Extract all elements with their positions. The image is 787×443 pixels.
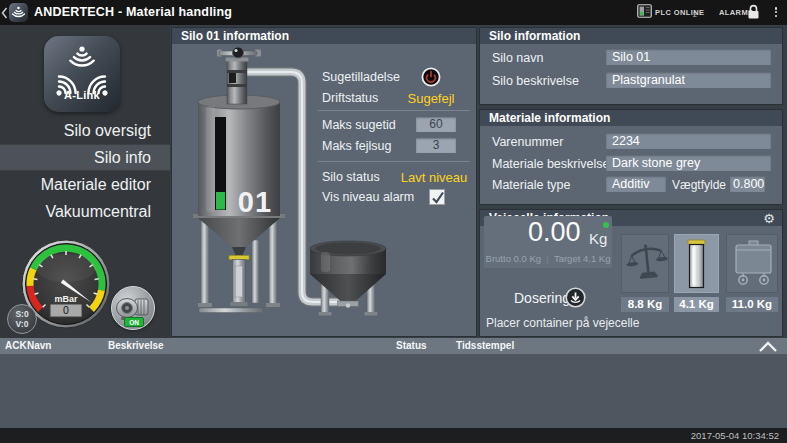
lock-icon[interactable]: [747, 3, 760, 20]
silo-status-label: Silo status: [322, 170, 380, 185]
plc-count: 2: [693, 11, 697, 18]
gauge-unit: mBar: [54, 294, 78, 304]
divider: [318, 110, 470, 111]
container-weight-cylinder[interactable]: 4.1 Kg: [674, 297, 719, 312]
weight-unit: Kg: [589, 230, 607, 247]
container-option-cylinder[interactable]: [674, 234, 719, 293]
top-bar: ANDERTECH - Material handling PLC ONLINE…: [0, 0, 787, 25]
trolley-icon: [729, 238, 779, 290]
weight-value: 0.00: [528, 217, 581, 248]
sidebar-item-materiale-editor[interactable]: Materiale editor: [0, 171, 170, 198]
niveau-alarm-label: Vis niveau alarm: [322, 190, 414, 205]
driftstatus-label: Driftstatus: [322, 91, 378, 106]
loadcell-panel: Vejecelle information ⚙ 0.00 Kg Brutto 0…: [480, 210, 782, 336]
maks-sugetid-label: Maks sugetid: [322, 118, 396, 133]
pump-on-badge: ON: [124, 317, 144, 327]
sugetilladelse-label: Sugetilladelse: [322, 70, 400, 85]
silo-info-title: Silo information: [480, 28, 782, 44]
plc-online-label: PLC ONLINE: [655, 8, 704, 17]
loadcell-hint: Placer container på vejecelle: [486, 316, 639, 330]
weight-display: 0.00 Kg Brutto 0.0 Kg | Target 4.1 Kg: [484, 216, 612, 268]
cylinder-icon: [675, 235, 718, 292]
dosering-label: Dosering: [514, 290, 570, 306]
alink-logo: A-Link: [44, 36, 120, 112]
level-fill: [216, 192, 225, 210]
material-panel-title: Materiale information: [480, 110, 782, 126]
alarm-col-navn: Navn: [27, 338, 51, 354]
gear-icon[interactable]: ⚙: [763, 211, 775, 226]
receiver-hopper: [310, 241, 386, 316]
brutto-value: 0.0 Kg: [514, 253, 541, 264]
sidebar-item-silo-oversigt[interactable]: Silo oversigt: [0, 117, 170, 144]
app-title: ANDERTECH - Material handling: [34, 0, 232, 25]
driftstatus-value: Sugefejl: [400, 91, 462, 106]
silo-navn-field[interactable]: Silo 01: [606, 49, 771, 65]
back-icon[interactable]: [1, 7, 8, 19]
silo-beskrivelse-field[interactable]: Plastgranulat: [606, 72, 771, 88]
target-value: 4.1 Kg: [583, 253, 610, 264]
sidebar-item-vakuumcentral[interactable]: Vakuumcentral: [0, 198, 170, 225]
silo-status-value: Lavt niveau: [398, 170, 470, 185]
wifi-arcs-icon: [9, 3, 28, 22]
scale-icon: [625, 240, 671, 286]
container-option-scale[interactable]: [621, 234, 669, 293]
alarm-list[interactable]: [0, 354, 787, 428]
materiale-type-field[interactable]: Additiv: [606, 176, 666, 192]
brutto-target-row: Brutto 0.0 Kg | Target 4.1 Kg: [484, 253, 612, 264]
materiale-beskrivelse-field[interactable]: Dark stone grey: [606, 155, 771, 171]
alarm-col-tidsstempel: Tidsstempel: [456, 338, 514, 354]
brutto-label: Brutto: [486, 253, 511, 264]
alarm-col-status: Status: [396, 338, 427, 354]
container-option-trolley[interactable]: [726, 234, 778, 293]
alarm-col-beskrivelse: Beskrivelse: [108, 338, 164, 354]
logo-label: A-Link: [44, 89, 120, 101]
divider: [318, 161, 470, 162]
container-weight-trolley[interactable]: 11.0 Kg: [726, 297, 778, 312]
silo-number-label: 01: [238, 186, 272, 218]
materiale-beskrivelse-label: Materiale beskrivelse: [492, 157, 609, 172]
varenummer-field[interactable]: 2234: [606, 133, 771, 149]
dosering-button[interactable]: [565, 287, 586, 308]
sidebar-item-silo-info[interactable]: Silo info: [0, 144, 170, 171]
alarm-col-ack: ACK: [5, 338, 27, 354]
power-toggle-button[interactable]: [421, 67, 441, 87]
maks-fejlsug-label: Maks fejlsug: [322, 139, 391, 154]
materiale-type-label: Materiale type: [492, 178, 571, 193]
clock-timestamp: 2017-05-04 10:34:52: [691, 428, 779, 443]
sv-counter-badge: S:0 V:0: [7, 304, 37, 334]
valve-counter: V:0: [8, 320, 36, 330]
material-panel: Materiale information Varenummer 2234 Ma…: [480, 110, 782, 204]
vaegtfylde-label: Vægtfylde: [672, 178, 726, 193]
sidebar: A-Link Silo oversigt Silo info Materiale…: [0, 25, 170, 338]
plc-status-icon: [637, 4, 652, 18]
chevron-up-icon[interactable]: [757, 340, 779, 353]
maks-fejlsug-field[interactable]: 3: [416, 138, 456, 153]
niveau-alarm-checkbox[interactable]: [429, 189, 445, 205]
hmi-screen: ANDERTECH - Material handling PLC ONLINE…: [0, 0, 787, 443]
overflow-menu-icon[interactable]: [773, 6, 779, 18]
app-logo-icon: [9, 3, 28, 22]
weight-status-dot: [603, 222, 609, 228]
varenummer-label: Varenummer: [492, 135, 563, 150]
target-label: Target: [554, 253, 580, 264]
check-icon: [430, 190, 445, 205]
vaegtfylde-field[interactable]: 0.800: [730, 176, 765, 192]
maks-sugetid-field[interactable]: 60: [416, 117, 456, 132]
sidebar-menu: Silo oversigt Silo info Materiale editor…: [0, 117, 170, 225]
alarm-header: ACK Navn Beskrivelse Status Tidsstempel: [0, 338, 787, 354]
gauge-value: 0: [63, 304, 69, 316]
status-bar: 2017-05-04 10:34:52: [0, 428, 787, 443]
silo-info-panel: Silo information Silo navn Silo 01 Silo …: [480, 28, 782, 104]
silo-beskrivelse-label: Silo beskrivelse: [492, 74, 579, 89]
silo-navn-label: Silo navn: [492, 51, 543, 66]
container-weight-scale[interactable]: 8.8 Kg: [621, 297, 669, 312]
